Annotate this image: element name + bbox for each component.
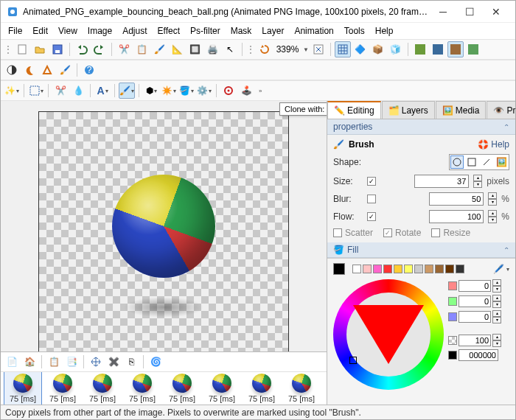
tool-d-icon[interactable]: 📐: [169, 41, 185, 57]
blur-checkbox[interactable]: [367, 195, 376, 203]
shape-tool-icon[interactable]: ⬢▾: [143, 83, 159, 99]
tool-h-icon[interactable]: 🔷: [352, 41, 369, 57]
swatch[interactable]: [373, 265, 382, 273]
frame-item[interactable]: 75 [ms]: [4, 372, 42, 405]
eyedrop-tool-icon[interactable]: 💧: [70, 83, 86, 99]
select-tool-icon[interactable]: ▾: [28, 83, 44, 99]
triangle-icon[interactable]: [39, 62, 55, 78]
more-tools-icon[interactable]: »: [259, 88, 262, 94]
grip-icon[interactable]: ⋮: [4, 44, 13, 55]
tool-a-icon[interactable]: ✂️: [116, 41, 132, 57]
ch1-input[interactable]: [459, 295, 491, 307]
target-tool-icon[interactable]: [220, 83, 237, 99]
frame-item[interactable]: 75 [ms]: [43, 372, 82, 405]
swatch[interactable]: [456, 265, 464, 273]
size-spinner[interactable]: ▴▾: [473, 175, 482, 188]
menu-tools[interactable]: Tools: [340, 24, 369, 38]
menu-effect[interactable]: Effect: [153, 24, 184, 38]
grip-icon[interactable]: ⋮: [246, 44, 255, 55]
palette3-icon[interactable]: [447, 41, 464, 57]
brush2-icon[interactable]: 🖌️: [57, 62, 73, 78]
maximize-button[interactable]: ☐: [456, 3, 483, 21]
ch0-input[interactable]: [459, 280, 491, 292]
shape-square-button[interactable]: [465, 155, 478, 169]
rotate-button[interactable]: [257, 41, 273, 57]
wand-tool-icon[interactable]: ✨▾: [4, 83, 20, 99]
frame-del-icon[interactable]: ✖️: [105, 354, 122, 370]
alpha-spinner[interactable]: ▴▾: [492, 334, 501, 347]
swatch[interactable]: [394, 265, 402, 273]
palette1-icon[interactable]: [412, 41, 428, 57]
tab-editing[interactable]: ✏️Editing: [327, 101, 381, 119]
moon-icon[interactable]: [21, 62, 38, 78]
palette4-icon[interactable]: [465, 41, 481, 57]
swatch[interactable]: [445, 265, 454, 273]
shape-circle-button[interactable]: [450, 155, 464, 169]
blur-spinner[interactable]: ▴▾: [488, 192, 497, 206]
tab-media[interactable]: 🖼️Media: [436, 101, 487, 119]
swatch[interactable]: [352, 265, 361, 273]
frame-copy-icon[interactable]: 📋: [46, 354, 62, 370]
zoom-control[interactable]: 339% ▼: [274, 44, 309, 55]
text-tool-icon[interactable]: A▾: [94, 83, 111, 99]
palette2-icon[interactable]: [430, 41, 446, 57]
shape-custom-button[interactable]: 🖼️: [495, 155, 508, 169]
menu-layer[interactable]: Layer: [257, 24, 288, 38]
swatch[interactable]: [404, 265, 413, 273]
frame-paste-icon[interactable]: 📑: [63, 354, 80, 370]
ch0-spinner[interactable]: ▴▾: [492, 279, 501, 293]
crop-tool-icon[interactable]: ✂️: [52, 83, 69, 99]
shape-selector[interactable]: 🖼️: [449, 154, 509, 170]
frames-list[interactable]: 75 [ms] 75 [ms] 75 [ms] 75 [ms] 75 [ms] …: [1, 372, 327, 405]
frame-home-icon[interactable]: 🏠: [21, 354, 38, 370]
chevron-down-icon[interactable]: ▼: [303, 46, 309, 53]
tab-preview[interactable]: 👁️Preview: [487, 101, 515, 119]
flow-checkbox[interactable]: ✓: [367, 212, 376, 221]
minimize-button[interactable]: ─: [430, 3, 456, 21]
color-marker[interactable]: [349, 357, 357, 364]
menu-mask[interactable]: Mask: [226, 24, 257, 38]
scatter-checkbox[interactable]: [333, 228, 342, 237]
canvas[interactable]: [38, 111, 289, 351]
color-wheel[interactable]: [333, 279, 444, 390]
swatch[interactable]: [435, 265, 444, 273]
tool-e-icon[interactable]: 🔲: [186, 41, 203, 57]
chevron-up-icon[interactable]: ⌃: [503, 123, 509, 131]
blur-input[interactable]: [429, 192, 484, 206]
swatch[interactable]: [363, 265, 372, 273]
clone-tool-icon[interactable]: ⚙️▾: [196, 83, 212, 99]
shape-line-button[interactable]: [480, 155, 493, 169]
chevron-up-icon[interactable]: ⌃: [503, 246, 509, 254]
menu-help[interactable]: Help: [371, 24, 398, 38]
swatch[interactable]: [383, 265, 392, 273]
fill-tool-icon[interactable]: 🪣▾: [178, 83, 195, 99]
ch2-input[interactable]: [459, 311, 491, 323]
size-checkbox[interactable]: ✓: [367, 177, 376, 186]
ch1-spinner[interactable]: ▴▾: [492, 295, 501, 308]
ch2-spinner[interactable]: ▴▾: [492, 310, 501, 323]
alpha-input[interactable]: [459, 335, 491, 346]
swatch[interactable]: [333, 263, 345, 275]
frame-item[interactable]: 75 [ms]: [123, 372, 161, 405]
hex-input[interactable]: [459, 349, 498, 361]
tool-c-icon[interactable]: 🖌️: [151, 41, 167, 57]
frame-item[interactable]: 75 [ms]: [243, 372, 281, 405]
help-link[interactable]: 🛟Help: [478, 139, 509, 150]
help-icon[interactable]: ?: [81, 62, 97, 78]
frame-item[interactable]: 75 [ms]: [203, 372, 241, 405]
menu-image[interactable]: Image: [83, 24, 116, 38]
flow-spinner[interactable]: ▴▾: [488, 210, 497, 223]
menu-ps-filter[interactable]: Ps-filter: [186, 24, 225, 38]
grid-toggle-button[interactable]: [335, 41, 351, 57]
menu-edit[interactable]: Edit: [28, 24, 52, 38]
menu-view[interactable]: View: [54, 24, 82, 38]
resize-checkbox[interactable]: [431, 228, 440, 237]
rotate-checkbox[interactable]: ✓: [383, 228, 392, 237]
zoom-fit-button[interactable]: [310, 41, 327, 57]
contrast-icon[interactable]: [4, 62, 20, 78]
tab-layers[interactable]: 🗂️Layers: [382, 101, 435, 119]
tool-b-icon[interactable]: 📋: [133, 41, 150, 57]
swatch-menu-icon[interactable]: ▾: [506, 266, 509, 273]
frame-dup-icon[interactable]: ⎘: [123, 354, 139, 370]
section-properties[interactable]: properties ⌃: [327, 119, 515, 135]
